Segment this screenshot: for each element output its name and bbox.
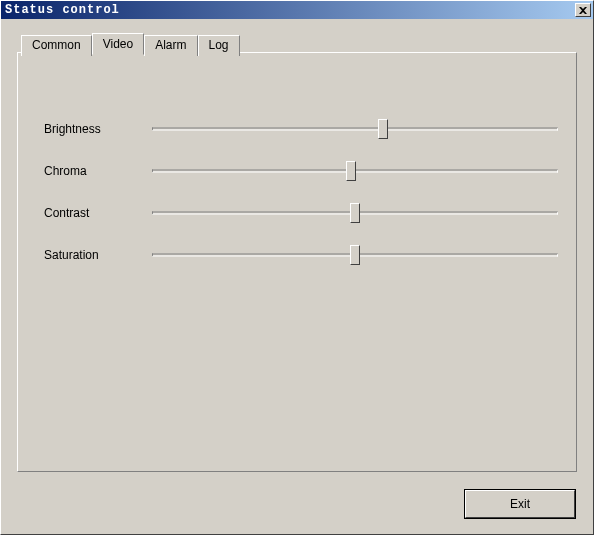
status-control-window: Status control Common Video Alarm Log [0,0,594,535]
slider-thumb[interactable] [350,203,360,223]
tab-video[interactable]: Video [92,33,144,55]
tab-alarm[interactable]: Alarm [144,35,197,56]
chroma-slider[interactable] [152,161,558,181]
client-area: Common Video Alarm Log Brightness [3,21,591,532]
brightness-row: Brightness [44,108,558,150]
chroma-label: Chroma [44,164,152,178]
slider-track [152,128,558,131]
slider-thumb[interactable] [378,119,388,139]
tab-strip: Common Video Alarm Log [21,33,240,54]
chroma-row: Chroma [44,150,558,192]
slider-grid: Brightness Chroma Contrast [44,108,558,276]
titlebar: Status control [1,1,593,19]
window-title: Status control [3,3,575,17]
slider-thumb[interactable] [350,245,360,265]
exit-button[interactable]: Exit [465,490,575,518]
tab-label: Alarm [155,38,186,52]
saturation-slider[interactable] [152,245,558,265]
contrast-row: Contrast [44,192,558,234]
saturation-row: Saturation [44,234,558,276]
slider-thumb[interactable] [346,161,356,181]
contrast-label: Contrast [44,206,152,220]
tab-label: Video [103,37,133,51]
close-button[interactable] [575,3,591,17]
close-icon [579,7,587,14]
brightness-label: Brightness [44,122,152,136]
tab-label: Log [209,38,229,52]
saturation-label: Saturation [44,248,152,262]
brightness-slider[interactable] [152,119,558,139]
video-tab-panel: Brightness Chroma Contrast [17,52,577,472]
exit-button-label: Exit [510,497,530,511]
tab-common[interactable]: Common [21,35,92,56]
tab-label: Common [32,38,81,52]
tab-log[interactable]: Log [198,35,240,56]
contrast-slider[interactable] [152,203,558,223]
